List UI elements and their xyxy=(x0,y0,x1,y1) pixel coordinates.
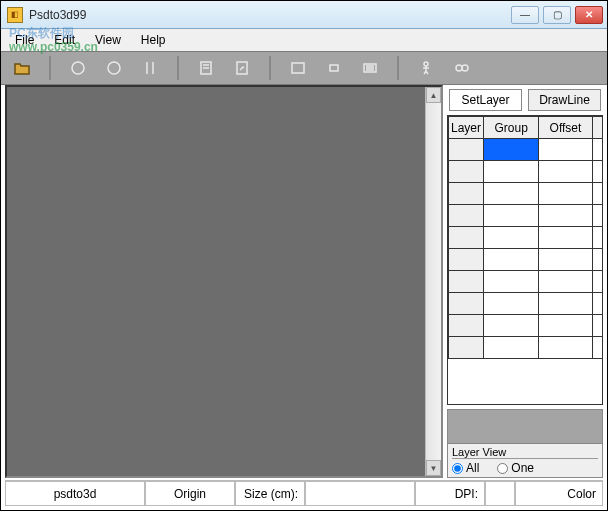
row-header[interactable] xyxy=(449,183,484,205)
row-header[interactable] xyxy=(449,337,484,359)
canvas-area[interactable]: ▲ ▼ xyxy=(5,85,443,478)
chain-icon[interactable] xyxy=(449,55,475,81)
grid-cell[interactable] xyxy=(592,293,602,315)
grid-cell[interactable] xyxy=(592,271,602,293)
grid-cell[interactable] xyxy=(539,205,592,227)
grid-cell[interactable] xyxy=(592,227,602,249)
toolbar-divider xyxy=(397,56,399,80)
grid-cell[interactable] xyxy=(484,271,539,293)
person-icon[interactable] xyxy=(413,55,439,81)
grid-cell[interactable] xyxy=(592,315,602,337)
row-header[interactable] xyxy=(449,271,484,293)
menu-help[interactable]: Help xyxy=(131,31,176,49)
column-header-group[interactable]: Group xyxy=(484,117,539,139)
toolbar-divider xyxy=(49,56,51,80)
svg-point-1 xyxy=(108,62,120,74)
grid-cell[interactable] xyxy=(592,249,602,271)
grid-cell[interactable] xyxy=(539,315,592,337)
window-titlebar: ◧ Psdto3d99 — ▢ ✕ xyxy=(1,1,607,29)
menu-view[interactable]: View xyxy=(85,31,131,49)
window-title: Psdto3d99 xyxy=(29,8,511,22)
toolbar xyxy=(1,51,607,85)
status-dpi-value xyxy=(485,481,515,506)
side-panel: SetLayer DrawLine Layer Group Offset Lay… xyxy=(447,85,603,478)
minimize-button[interactable]: — xyxy=(511,6,539,24)
svg-point-7 xyxy=(424,62,428,66)
grid-cell[interactable] xyxy=(484,249,539,271)
tab-drawline[interactable]: DrawLine xyxy=(528,89,601,111)
vertical-bars-icon[interactable] xyxy=(137,55,163,81)
row-header[interactable] xyxy=(449,227,484,249)
row-header[interactable] xyxy=(449,161,484,183)
grid-cell[interactable] xyxy=(539,139,592,161)
grid-cell[interactable] xyxy=(539,337,592,359)
grid-cell[interactable] xyxy=(592,161,602,183)
grid-cell[interactable] xyxy=(484,227,539,249)
status-size-label: Size (cm): xyxy=(235,481,305,506)
layer-view-title: Layer View xyxy=(452,446,598,459)
row-header[interactable] xyxy=(449,293,484,315)
svg-rect-4 xyxy=(292,63,304,73)
grid-cell[interactable] xyxy=(539,161,592,183)
tab-setlayer[interactable]: SetLayer xyxy=(449,89,522,111)
svg-rect-5 xyxy=(330,65,338,71)
layer-view-all-option[interactable]: All xyxy=(452,461,479,475)
grid-cell[interactable] xyxy=(539,271,592,293)
status-size-value xyxy=(305,481,415,506)
grid-cell[interactable] xyxy=(592,337,602,359)
status-app-name: psdto3d xyxy=(5,481,145,506)
lines-icon[interactable] xyxy=(357,55,383,81)
toolbar-divider xyxy=(177,56,179,80)
maximize-button[interactable]: ▢ xyxy=(543,6,571,24)
toolbar-divider xyxy=(269,56,271,80)
grid-cell[interactable] xyxy=(592,139,602,161)
row-header[interactable] xyxy=(449,315,484,337)
menu-bar: File Edit View Help xyxy=(1,29,607,51)
circle-tool-icon[interactable] xyxy=(65,55,91,81)
grid-cell[interactable] xyxy=(484,139,539,161)
open-icon[interactable] xyxy=(9,55,35,81)
close-button[interactable]: ✕ xyxy=(575,6,603,24)
page-icon[interactable] xyxy=(193,55,219,81)
menu-edit[interactable]: Edit xyxy=(44,31,85,49)
vertical-scrollbar[interactable]: ▲ ▼ xyxy=(425,87,441,476)
svg-point-9 xyxy=(462,65,468,71)
menu-file[interactable]: File xyxy=(5,31,44,49)
column-header-layer[interactable]: Layer xyxy=(449,117,484,139)
status-origin: Origin xyxy=(145,481,235,506)
app-icon: ◧ xyxy=(7,7,23,23)
rect-icon[interactable] xyxy=(285,55,311,81)
row-header[interactable] xyxy=(449,205,484,227)
grid-cell[interactable] xyxy=(539,249,592,271)
grid-cell[interactable] xyxy=(592,183,602,205)
grid-cell[interactable] xyxy=(484,293,539,315)
grid-cell[interactable] xyxy=(484,337,539,359)
page-arrow-icon[interactable] xyxy=(229,55,255,81)
scroll-up-icon[interactable]: ▲ xyxy=(426,87,441,103)
grid-cell[interactable] xyxy=(484,161,539,183)
status-color-label: Color xyxy=(515,481,603,506)
small-rect-icon[interactable] xyxy=(321,55,347,81)
circle-tool-2-icon[interactable] xyxy=(101,55,127,81)
grid-cell[interactable] xyxy=(484,183,539,205)
side-spacer: Layer View All One xyxy=(447,409,603,478)
layer-grid[interactable]: Layer Group Offset xyxy=(447,115,603,405)
grid-cell[interactable] xyxy=(484,205,539,227)
grid-cell[interactable] xyxy=(539,227,592,249)
status-dpi-label: DPI: xyxy=(415,481,485,506)
grid-cell[interactable] xyxy=(539,293,592,315)
row-header[interactable] xyxy=(449,139,484,161)
column-header-offset[interactable]: Offset xyxy=(539,117,592,139)
layer-view-one-option[interactable]: One xyxy=(497,461,534,475)
layer-view-panel: Layer View All One xyxy=(448,443,602,477)
svg-point-8 xyxy=(456,65,462,71)
radio-one[interactable] xyxy=(497,463,508,474)
row-header[interactable] xyxy=(449,249,484,271)
radio-all[interactable] xyxy=(452,463,463,474)
grid-cell[interactable] xyxy=(484,315,539,337)
scroll-down-icon[interactable]: ▼ xyxy=(426,460,441,476)
status-bar: psdto3d Origin Size (cm): DPI: Color xyxy=(5,480,603,506)
grid-cell[interactable] xyxy=(592,205,602,227)
svg-point-0 xyxy=(72,62,84,74)
grid-cell[interactable] xyxy=(539,183,592,205)
